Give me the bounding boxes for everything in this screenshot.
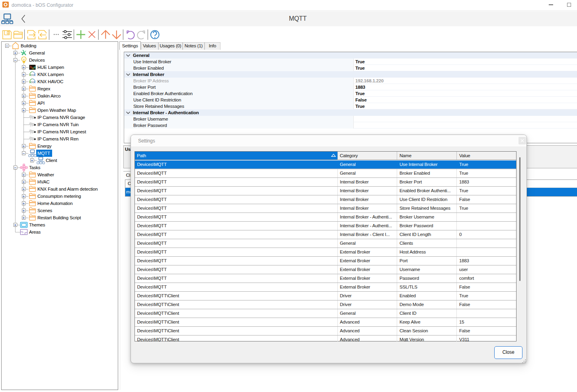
svg-text:X: X bbox=[33, 80, 35, 84]
svg-text:Energy: Energy bbox=[37, 144, 52, 148]
svg-text:Consumpton metering: Consumpton metering bbox=[37, 194, 81, 199]
svg-text:Home Automation: Home Automation bbox=[37, 201, 72, 206]
svg-text:MQTT: MQTT bbox=[37, 151, 50, 156]
svg-text:IP Camera NVR Legnest: IP Camera NVR Legnest bbox=[37, 129, 86, 134]
svg-text:HUE Lampen: HUE Lampen bbox=[37, 65, 64, 70]
svg-text:Tasks: Tasks bbox=[29, 165, 41, 170]
svg-text:IP Camera NVR Tuin: IP Camera NVR Tuin bbox=[37, 122, 79, 127]
svg-text:Open Weather Map: Open Weather Map bbox=[37, 108, 76, 113]
svg-text:Scenes: Scenes bbox=[37, 208, 53, 213]
svg-text:General: General bbox=[29, 51, 45, 55]
svg-text:IP Camera NVR Ren: IP Camera NVR Ren bbox=[37, 137, 78, 141]
svg-text:Restart Building Script: Restart Building Script bbox=[37, 215, 81, 220]
svg-text:Daikin Airco: Daikin Airco bbox=[37, 94, 60, 98]
svg-text:HVAC: HVAC bbox=[37, 179, 49, 184]
svg-text:Devices: Devices bbox=[29, 58, 45, 62]
svg-text:Regex: Regex bbox=[37, 86, 51, 91]
svg-text:Areas: Areas bbox=[29, 230, 41, 234]
svg-text:e: e bbox=[34, 65, 36, 69]
svg-text:IP Camera NVR Garage: IP Camera NVR Garage bbox=[37, 115, 85, 120]
svg-text:API: API bbox=[37, 101, 45, 105]
svg-text:Client: Client bbox=[46, 158, 57, 163]
svg-text:Building: Building bbox=[21, 43, 36, 48]
svg-text:Themes: Themes bbox=[29, 222, 45, 227]
svg-text:X: X bbox=[33, 73, 35, 77]
svg-text:Weather: Weather bbox=[37, 172, 54, 177]
svg-text:KNX HAVOC: KNX HAVOC bbox=[37, 79, 63, 84]
svg-text:KNX Lampen: KNX Lampen bbox=[37, 72, 64, 77]
svg-text:KNX Fault and Alarm detection: KNX Fault and Alarm detection bbox=[37, 187, 97, 191]
